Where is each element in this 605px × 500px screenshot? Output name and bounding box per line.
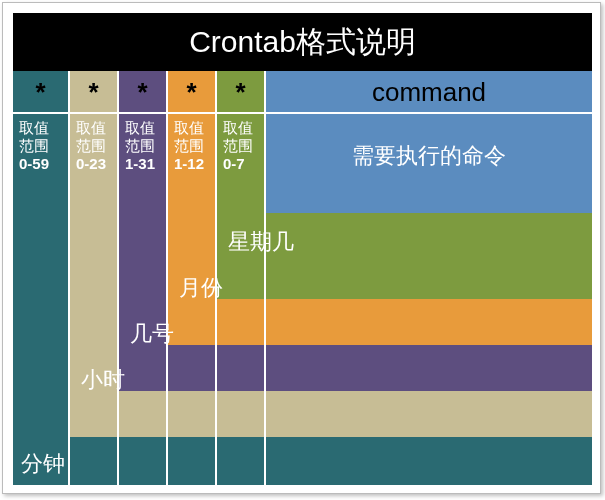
range-label2: 范围	[125, 137, 166, 155]
title-bar: Crontab格式说明	[13, 13, 592, 71]
star-minute: *	[13, 71, 68, 113]
star-hour: *	[70, 71, 117, 113]
range-label: 取值	[76, 119, 117, 137]
separator-v4	[264, 71, 266, 485]
diagram-frame: Crontab格式说明 * * * * * command 取值 范围 0-59…	[2, 2, 601, 494]
star-day: *	[119, 71, 166, 113]
range-val: 1-12	[174, 155, 215, 173]
range-month: 取值 范围 1-12	[168, 119, 215, 173]
star-weekday: *	[217, 71, 264, 113]
label-day: 几号	[130, 319, 174, 349]
range-minute: 取值 范围 0-59	[13, 119, 68, 173]
range-val: 0-59	[19, 155, 68, 173]
star-month: *	[168, 71, 215, 113]
range-label2: 范围	[76, 137, 117, 155]
range-val: 1-31	[125, 155, 166, 173]
range-val: 0-23	[76, 155, 117, 173]
label-weekday: 星期几	[228, 227, 294, 257]
label-minute: 分钟	[21, 449, 65, 479]
command-header: command	[266, 71, 592, 113]
range-weekday: 取值 范围 0-7	[217, 119, 264, 173]
range-hour: 取值 范围 0-23	[70, 119, 117, 173]
range-label: 取值	[174, 119, 215, 137]
command-desc: 需要执行的命令	[266, 141, 592, 171]
label-hour: 小时	[81, 365, 125, 395]
range-label: 取值	[125, 119, 166, 137]
range-val: 0-7	[223, 155, 264, 173]
range-label: 取值	[223, 119, 264, 137]
range-day: 取值 范围 1-31	[119, 119, 166, 173]
range-label2: 范围	[174, 137, 215, 155]
range-label2: 范围	[223, 137, 264, 155]
range-label: 取值	[19, 119, 68, 137]
diagram-inner: Crontab格式说明 * * * * * command 取值 范围 0-59…	[13, 13, 592, 485]
label-month: 月份	[179, 273, 223, 303]
range-label2: 范围	[19, 137, 68, 155]
